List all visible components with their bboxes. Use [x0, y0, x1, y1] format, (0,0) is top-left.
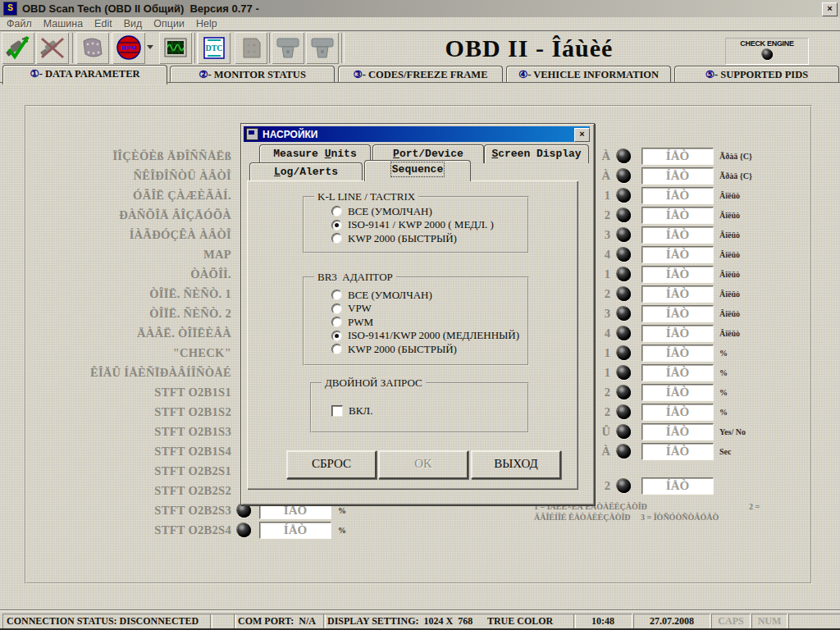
radio-option[interactable]: ВСЕ (УМОЛЧАН): [331, 204, 432, 218]
title-bar: S OBD Scan Tech (OBD II Общий) Версия 0.…: [0, 0, 840, 17]
check-engine-led: [762, 49, 773, 60]
param-value-field: ÍÅÒ: [641, 167, 714, 185]
param-label: ÒÀÕÎÌ.: [16, 264, 231, 284]
dialog-tab-label: Measure Units: [273, 148, 356, 160]
tab---supported-pids[interactable]: ⑤- SUPPORTED PIDS: [674, 66, 839, 83]
radio-option[interactable]: PWM: [331, 315, 373, 329]
rpm-dropdown-icon[interactable]: [147, 45, 153, 52]
radio-option[interactable]: VPW: [331, 302, 372, 316]
radio-unselected[interactable]: [331, 206, 342, 217]
сброс-button[interactable]: СБРОС: [286, 450, 377, 479]
connector-b-button[interactable]: [306, 32, 339, 64]
param-unit: Âîëüò: [719, 250, 740, 259]
выход-button[interactable]: ВЫХОД: [471, 450, 561, 479]
radio-option[interactable]: ISO-9141 / KWP 2000 ( МЕДЛ. ): [331, 218, 494, 232]
radio-unselected[interactable]: [331, 233, 342, 244]
connection-led-cell: [210, 614, 236, 629]
dialog-tab-sequence[interactable]: Sequence: [364, 160, 471, 181]
menu-item-вид[interactable]: Вид: [124, 18, 143, 30]
param-value-field: ÍÅÒ: [641, 266, 714, 283]
param-led: [617, 425, 631, 439]
param-unit: %: [719, 408, 728, 417]
vkl-checkbox-row[interactable]: ВКЛ.: [331, 404, 372, 418]
param-unit: %: [338, 526, 346, 535]
display-setting-status: DISPLAY SETTING: 1024 X 768 TRUE COLOR: [323, 614, 576, 629]
oscilloscope-icon: [162, 34, 189, 62]
rpm-button[interactable]: RPM: [112, 32, 145, 64]
radio-selected[interactable]: [331, 220, 342, 231]
radio-unselected[interactable]: [331, 344, 342, 354]
tab---data-parameter[interactable]: ①- DATA PARAMETER: [2, 65, 167, 84]
ok-button: OK: [378, 450, 468, 479]
menu-item-help[interactable]: Help: [196, 18, 217, 30]
radio-selected[interactable]: [331, 331, 342, 341]
param-led: [617, 445, 631, 459]
param-led: [617, 287, 631, 301]
radio-option[interactable]: ISO-9141/KWP 2000 (МЕДЛЕННЫЙ): [331, 329, 519, 343]
param-led: [237, 523, 251, 537]
param-led: [617, 479, 631, 493]
dialog-title: НАСРОЙКИ: [262, 129, 317, 140]
catalyst-note-line1-right: 2 =: [749, 502, 760, 511]
dialog-tab-label: Log/Alerts: [274, 166, 338, 178]
tab---codes-freeze-frame[interactable]: ③- CODES/FREEZE FRAME: [338, 66, 503, 83]
oscilloscope-button[interactable]: [159, 32, 192, 64]
film-icon: [79, 34, 107, 62]
dialog-tab-label: Screen Display: [491, 148, 581, 160]
dtc-button[interactable]: DTC: [198, 32, 231, 64]
param-value-field: ÍÅÒ: [641, 246, 714, 263]
dialog-title-bar[interactable]: НАСРОЙКИ: [244, 126, 590, 142]
radio-label: KWP 2000 (БЫСТРЫЙ): [348, 343, 457, 356]
app-icon: S: [3, 2, 17, 16]
param-value-field: ÍÅÒ: [641, 207, 714, 224]
param-label: STFT O2B1S4: [16, 441, 231, 461]
param-led: [617, 208, 631, 222]
tab---monitor-status[interactable]: ②- MONITOR STATUS: [170, 66, 335, 83]
connector-a-button[interactable]: [272, 32, 304, 64]
radio-option[interactable]: KWP 2000 (БЫСТРЫЙ): [331, 342, 457, 356]
tab---vehicle-information[interactable]: ④- VEHICLE INFORMATION: [506, 66, 671, 83]
dialog-tab-log-alerts[interactable]: Log/Alerts: [249, 162, 363, 181]
param-led: [617, 346, 631, 360]
param-led: [617, 405, 631, 419]
radio-label: ISO-9141/KWP 2000 (МЕДЛЕННЫЙ): [348, 329, 519, 342]
close-icon[interactable]: ×: [822, 2, 838, 16]
dialog-close-icon[interactable]: ×: [574, 128, 590, 142]
param-label: STFT O2B1S2: [16, 402, 231, 422]
dialog-tab-screen-display[interactable]: Screen Display: [484, 144, 589, 163]
toolbar-separator: [72, 33, 75, 63]
radio-label: ISO-9141 / KWP 2000 ( МЕДЛ. ): [348, 218, 494, 231]
menu-item-машина[interactable]: Машина: [43, 18, 83, 30]
menu-item-edit[interactable]: Edit: [94, 18, 112, 30]
connect-button[interactable]: [2, 32, 34, 64]
disconnect-button[interactable]: [36, 32, 69, 64]
caps-indicator: CAPS: [711, 614, 751, 629]
status-filler: [788, 614, 840, 629]
tab-label: - VEHICLE INFORMATION: [527, 69, 659, 80]
check-engine-label: CHECK ENGINE: [726, 39, 808, 48]
param-label: STFT O2B2S2: [16, 481, 231, 500]
param-value-field: ÍÅÒ: [641, 404, 714, 421]
param-value-field: ÍÅÒ: [641, 345, 714, 362]
chip-button[interactable]: [235, 32, 267, 64]
menu-item-файл[interactable]: Файл: [7, 18, 32, 30]
param-value-field: ÍÅÒ: [641, 477, 714, 495]
param-label: ÍÀÃÐÓÇÊÀ ÀÂÒÎ: [16, 225, 231, 244]
double-request-group-title: ДВОЙНОЙ ЗАПРОС: [322, 377, 426, 390]
radio-option[interactable]: KWP 2000 (БЫСТРЫЙ): [331, 231, 457, 245]
param-value-field: ÍÅÒ: [641, 226, 714, 244]
radio-unselected[interactable]: [331, 304, 342, 314]
date: 27.07.2008: [633, 614, 710, 629]
record-log-button[interactable]: [76, 32, 109, 64]
radio-label: ВСЕ (УМОЛЧАН): [348, 205, 432, 218]
radio-unselected[interactable]: [331, 317, 342, 327]
menu-item-опции[interactable]: Опции: [153, 18, 185, 30]
param-unit: Âîëüò: [719, 309, 740, 318]
br3-adapter-group: BR3 АДАПТОР ВСЕ (УМОЛЧАН)VPWPWMISO-9141/…: [303, 276, 529, 366]
dialog-tab-label: Port/Device: [393, 148, 463, 160]
radio-unselected[interactable]: [331, 290, 342, 300]
param-unit: Âîëüò: [719, 270, 740, 279]
radio-option[interactable]: ВСЕ (УМОЛЧАН): [331, 288, 432, 302]
dialog-tab-measure-units[interactable]: Measure Units: [259, 144, 371, 163]
vkl-checkbox[interactable]: [331, 405, 343, 417]
